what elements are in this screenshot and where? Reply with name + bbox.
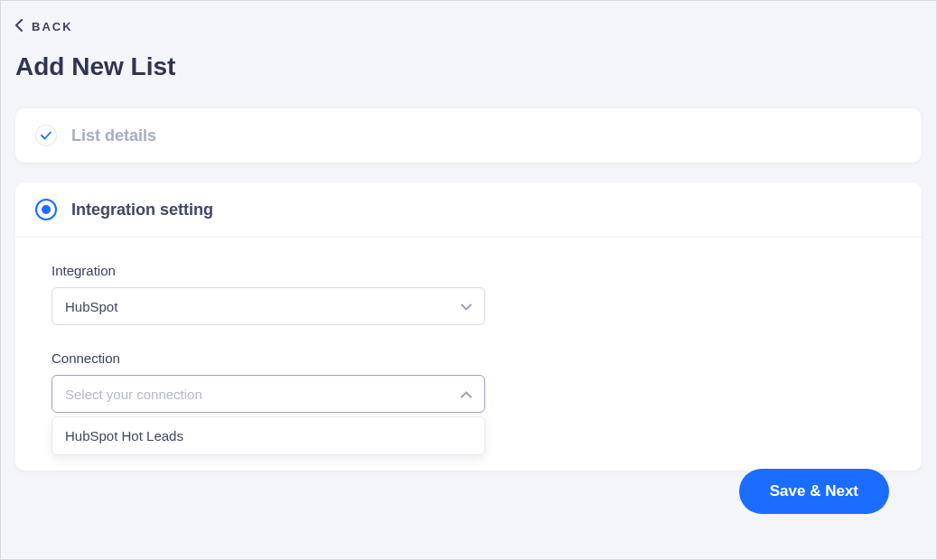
chevron-up-icon [461,386,472,402]
list-details-title: List details [71,126,156,145]
save-next-button[interactable]: Save & Next [739,469,889,514]
chevron-left-icon [15,19,23,34]
integration-selected-value: HubSpot [65,299,117,314]
integration-label: Integration [52,263,485,278]
back-button[interactable]: BACK [15,19,73,34]
integration-select[interactable]: HubSpot [52,287,485,325]
connection-label: Connection [52,350,485,366]
list-details-section[interactable]: List details [15,108,922,163]
integration-setting-section: Integration setting Integration HubSpot … [15,182,922,471]
back-label: BACK [32,20,73,33]
connection-dropdown: HubSpot Hot Leads [52,416,485,455]
page-title: Add New List [15,52,922,81]
connection-select[interactable]: Select your connection [52,375,485,413]
connection-option[interactable]: HubSpot Hot Leads [52,417,484,454]
integration-setting-title: Integration setting [71,201,213,219]
chevron-down-icon [461,298,472,314]
connection-placeholder: Select your connection [65,387,202,402]
radio-active-icon [35,199,57,220]
check-circle-icon [35,125,57,146]
